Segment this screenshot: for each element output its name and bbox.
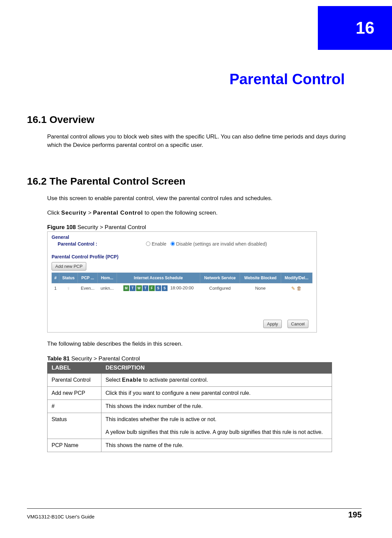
chapter-number: 16 [356,18,374,38]
edit-icon[interactable]: ✎ [291,286,295,291]
pc-screen-paragraph-2: Click Security > Parental Control to ope… [47,209,362,217]
after-figure-text: The following table describes the fields… [47,340,362,348]
row-desc-bold: Enable [122,377,142,383]
row-desc: This shows the index number of the rule. [101,400,332,413]
table-caption-text: Security > Parental Control [70,355,140,362]
day-sun: S [162,285,168,291]
chapter-label: CHAPTER [251,20,308,31]
table-row: Parental Control Select Enable to activa… [48,374,332,387]
ss-cell-schedule: MTWTFSS 18:00-20:00 [117,283,200,293]
ss-th-webblocked: Website Blocked [240,273,281,283]
desc-th-label: LABEL [48,362,101,374]
table-row: Status This indicates whether the rule i… [48,413,332,439]
ss-th-pcp: PCP ... [78,273,97,283]
ss-th-netservice: Network Service [200,273,240,283]
ss-add-new-pcp-button[interactable]: Add new PCP [52,262,86,271]
table-number: Table 81 [47,355,70,362]
desc-table-header: LABEL DESCRIPTION [48,362,332,374]
ss-cell-home: unkn... [97,283,117,293]
ss-general-heading: General [48,232,316,241]
section-heading-pc-screen: 16.2 The Parental Control Screen [27,176,362,187]
table-row: Add new PCP Click this if you want to co… [48,387,332,400]
day-sat: S [155,285,161,291]
day-mon: M [123,285,129,291]
ss-th-schedule: Internet Access Schedule [117,273,200,283]
figure-caption: Figure 108 Security > Parental Control [47,224,362,231]
footer-guide-title: VMG1312-B10C User's Guide [27,514,94,519]
ss-cell-web: None [240,283,281,293]
nav-parental-control: Parental Control [93,210,143,216]
day-wed: W [136,285,142,291]
table-row: # This shows the index number of the rul… [48,400,332,413]
overview-paragraph: Parental control allows you to block web… [47,133,362,149]
row-desc: Click this if you want to configure a ne… [101,387,332,400]
ss-pc-label: Parental Control : [58,241,142,247]
chapter-number-box: 16 [318,6,392,50]
row-desc-prefix: Select [105,377,122,383]
ss-pcp-heading: Parental Control Profile (PCP) [48,247,316,262]
day-tue: T [130,285,135,291]
table-row: PCP Name This shows the name of the rule… [48,439,332,452]
ss-radio-enable[interactable] [146,242,150,246]
ss-cell-status: ♀ [59,283,78,293]
ss-time-range: 18:00-20:00 [170,285,193,290]
bulb-icon: ♀ [67,285,70,291]
ss-cancel-button[interactable]: Cancel [288,320,308,328]
ss-cell-modify: ✎🗑 [281,283,312,293]
delete-icon[interactable]: 🗑 [297,285,302,291]
screenshot-parental-control: General Parental Control : Enable Disabl… [47,231,317,333]
ss-table-row: 1 ♀ Even... unkn... MTWTFSS 18:00-20:00 … [52,283,312,293]
page-footer: VMG1312-B10C User's Guide 195 [27,508,362,519]
ss-cell-pcp: Even... [78,283,97,293]
ss-th-status: Status [59,273,78,283]
ss-th-home: Hom... [97,273,117,283]
row-desc-line2: A yellow bulb signifies that this rule i… [105,429,323,435]
ss-radio-disable[interactable] [171,242,175,246]
ss-cell-idx: 1 [52,283,59,293]
ss-pcp-table: # Status PCP ... Hom... Internet Access … [52,273,312,293]
ss-enable-text: Enable [152,241,167,247]
row-label: Parental Control [48,374,101,387]
row-desc-suffix: to activate parental control. [142,377,208,383]
nav-gt: > [87,210,93,216]
row-desc: Select Enable to activate parental contr… [101,374,332,387]
figure-number: Figure 108 [47,224,76,230]
ss-th-modify: Modify/Del... [281,273,312,283]
row-desc-line1: This indicates whether the rule is activ… [105,416,216,422]
ss-th-idx: # [52,273,59,283]
ss-table-header-row: # Status PCP ... Hom... Internet Access … [52,273,312,283]
day-thu: T [143,285,148,291]
description-table: LABEL DESCRIPTION Parental Control Selec… [47,362,332,452]
day-fri: F [149,285,155,291]
row-desc: This indicates whether the rule is activ… [101,413,332,439]
ss-disable-text: Disable (settings are invalid when disab… [176,241,267,247]
row-label: Add new PCP [48,387,101,400]
row-label: # [48,400,101,413]
click-suffix: to open the following screen. [143,210,217,216]
desc-th-desc: DESCRIPTION [101,362,332,374]
row-label: Status [48,413,101,439]
row-desc: This shows the name of the rule. [101,439,332,452]
table-caption: Table 81 Security > Parental Control [47,355,362,362]
chapter-title: Parental Control [27,71,345,88]
nav-security: Security [61,210,87,216]
footer-page-number: 195 [348,510,362,519]
figure-caption-text: Security > Parental Control [76,224,146,230]
ss-apply-button[interactable]: Apply [263,320,282,328]
row-label: PCP Name [48,439,101,452]
section-heading-overview: 16.1 Overview [27,114,362,125]
ss-cell-net: Configured [200,283,240,293]
pc-screen-paragraph-1: Use this screen to enable parental contr… [47,194,362,203]
click-prefix: Click [47,210,61,216]
